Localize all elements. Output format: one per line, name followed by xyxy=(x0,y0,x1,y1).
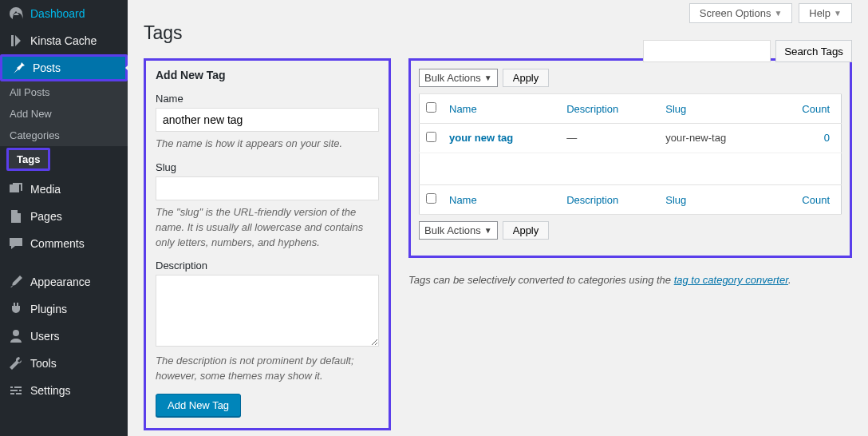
name-label: Name xyxy=(156,93,379,105)
slug-label: Slug xyxy=(156,161,379,173)
sidebar-item-settings[interactable]: Settings xyxy=(0,377,128,404)
help-button[interactable]: Help ▼ xyxy=(799,3,852,23)
sidebar-label: Tools xyxy=(30,357,57,370)
sidebar-item-dashboard[interactable]: Dashboard xyxy=(0,0,128,27)
caret-down-icon: ▼ xyxy=(774,9,782,18)
select-label: Bulk Actions xyxy=(424,72,481,84)
add-new-tag-form: Add New Tag Name The name is how it appe… xyxy=(144,58,391,430)
sidebar-item-users[interactable]: Users xyxy=(0,323,128,350)
table-row: your new tag — your-new-tag 0 xyxy=(420,124,842,153)
pin-icon xyxy=(10,60,26,76)
sidebar-item-comments[interactable]: Comments xyxy=(0,230,128,257)
bulk-actions-top: Bulk Actions ▼ Apply xyxy=(419,69,842,87)
tag-description: — xyxy=(560,124,659,153)
sidebar-item-tools[interactable]: Tools xyxy=(0,350,128,377)
caret-down-icon: ▼ xyxy=(484,226,492,235)
sidebar-sub-tags[interactable]: Tags xyxy=(6,148,50,171)
tags-list-panel: Bulk Actions ▼ Apply Name Description Sl… xyxy=(408,58,852,258)
add-new-tag-button[interactable]: Add New Tag xyxy=(156,394,241,417)
caret-down-icon: ▼ xyxy=(484,73,492,82)
col-slug[interactable]: Slug xyxy=(665,103,686,115)
button-label: Screen Options xyxy=(700,7,771,19)
select-label: Bulk Actions xyxy=(424,224,481,236)
user-icon xyxy=(8,328,24,344)
sidebar-label: Users xyxy=(30,330,60,343)
name-input[interactable] xyxy=(156,108,379,132)
col-name[interactable]: Name xyxy=(449,103,477,115)
media-icon xyxy=(8,181,24,197)
sidebar-sub-all-posts[interactable]: All Posts xyxy=(0,81,128,103)
sidebar-item-kinsta[interactable]: Kinsta Cache xyxy=(0,27,128,54)
bulk-actions-select[interactable]: Bulk Actions ▼ xyxy=(419,69,498,87)
tag-slug: your-new-tag xyxy=(659,124,771,153)
sidebar-item-pages[interactable]: Pages xyxy=(0,203,128,230)
sidebar-item-appearance[interactable]: Appearance xyxy=(0,268,128,295)
col-count[interactable]: Count xyxy=(802,194,830,206)
sidebar-sub-add-new[interactable]: Add New xyxy=(0,103,128,125)
search-button[interactable]: Search Tags xyxy=(775,40,852,62)
sidebar-label: Pages xyxy=(30,210,62,223)
sidebar-label: Media xyxy=(30,183,61,196)
sidebar-label: Posts xyxy=(33,61,61,74)
tag-name-link[interactable]: your new tag xyxy=(449,132,513,144)
slug-input[interactable] xyxy=(156,176,379,200)
description-help: The description is not prominent by defa… xyxy=(156,354,379,384)
converter-note: Tags can be selectively converted to cat… xyxy=(408,274,852,286)
sidebar-label: Settings xyxy=(30,384,71,397)
wrench-icon xyxy=(8,355,24,371)
col-description[interactable]: Description xyxy=(566,194,618,206)
converter-link[interactable]: tag to category converter xyxy=(674,274,788,286)
screen-meta-toggles: Screen Options ▼ Help ▼ xyxy=(689,3,852,23)
page-icon xyxy=(8,208,24,224)
select-all-checkbox[interactable] xyxy=(426,102,436,113)
sidebar-label: Kinsta Cache xyxy=(30,34,97,47)
sliders-icon xyxy=(8,382,24,398)
name-help: The name is how it appears on your site. xyxy=(156,137,379,152)
apply-button[interactable]: Apply xyxy=(503,69,550,87)
main-content: Screen Options ▼ Help ▼ Tags Search Tags… xyxy=(128,0,868,436)
col-slug[interactable]: Slug xyxy=(665,194,686,206)
col-name[interactable]: Name xyxy=(449,194,477,206)
screen-options-button[interactable]: Screen Options ▼ xyxy=(689,3,793,23)
tag-search: Search Tags xyxy=(643,40,852,62)
apply-button[interactable]: Apply xyxy=(503,221,550,240)
col-description[interactable]: Description xyxy=(566,103,618,115)
description-input[interactable] xyxy=(156,275,379,347)
row-checkbox[interactable] xyxy=(426,132,436,142)
kinsta-icon xyxy=(8,33,24,49)
form-heading: Add New Tag xyxy=(156,69,379,81)
tags-table: Name Description Slug Count your new tag… xyxy=(419,93,842,215)
sidebar-label: Dashboard xyxy=(30,7,85,20)
sidebar-item-plugins[interactable]: Plugins xyxy=(0,295,128,323)
gauge-icon xyxy=(8,6,24,22)
search-input[interactable] xyxy=(643,40,771,62)
plug-icon xyxy=(8,301,24,317)
sidebar-label: Appearance xyxy=(30,275,91,288)
description-label: Description xyxy=(156,260,379,272)
sidebar-label: Comments xyxy=(30,237,85,250)
tag-count-link[interactable]: 0 xyxy=(824,132,830,144)
sidebar-sub-categories[interactable]: Categories xyxy=(0,125,128,146)
slug-help: The "slug" is the URL-friendly version o… xyxy=(156,205,379,251)
button-label: Help xyxy=(809,7,831,19)
brush-icon xyxy=(8,274,24,290)
select-all-checkbox-footer[interactable] xyxy=(426,193,436,204)
note-text: Tags can be selectively converted to cat… xyxy=(408,274,674,286)
comment-icon xyxy=(8,236,24,252)
sidebar-item-posts[interactable]: Posts xyxy=(0,54,128,81)
bulk-actions-select[interactable]: Bulk Actions ▼ xyxy=(419,221,498,240)
caret-down-icon: ▼ xyxy=(834,9,842,18)
bulk-actions-bottom: Bulk Actions ▼ Apply xyxy=(419,221,842,240)
note-text: . xyxy=(788,274,791,286)
sidebar-label: Plugins xyxy=(30,303,67,315)
col-count[interactable]: Count xyxy=(802,103,830,115)
admin-sidebar: Dashboard Kinsta Cache Posts All Posts A… xyxy=(0,0,128,436)
sidebar-item-media[interactable]: Media xyxy=(0,176,128,203)
